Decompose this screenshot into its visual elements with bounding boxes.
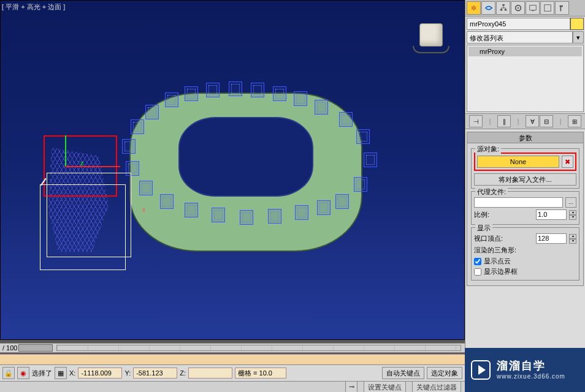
- proxy-instance: [185, 86, 198, 101]
- spinner-buttons[interactable]: ▴▾: [569, 210, 576, 220]
- watermark-logo: 溜溜自学 www.zixue.3d66.com: [465, 348, 585, 392]
- checkbox-input[interactable]: [474, 258, 481, 265]
- coord-y-input[interactable]: -581.123: [133, 368, 177, 379]
- proxy-instance: [356, 129, 370, 144]
- viewport[interactable]: [ 平滑 + 高光 + 边面 ] z x: [0, 0, 465, 340]
- time-ruler[interactable]: [56, 345, 461, 351]
- viewport-shading-label[interactable]: [ 平滑 + 高光 + 边面 ]: [2, 2, 65, 12]
- rollout-header[interactable]: 参数: [467, 132, 583, 143]
- coord-z-input[interactable]: [188, 368, 232, 379]
- svg-rect-5: [529, 6, 536, 10]
- tab-display-icon[interactable]: [526, 1, 540, 15]
- proxy-instance: [317, 200, 331, 215]
- keyfilter-button[interactable]: 关键点过滤器: [412, 381, 461, 392]
- modifier-list-dropdown[interactable]: 修改器列表: [467, 31, 573, 43]
- time-range-label: / 100: [0, 344, 17, 352]
- proxy-instance: [268, 209, 281, 224]
- svg-point-4: [517, 7, 519, 9]
- checkbox-input[interactable]: [474, 268, 481, 276]
- lock-selection-icon[interactable]: 🔒: [2, 367, 15, 379]
- pin-stack-icon[interactable]: ⊣: [469, 115, 483, 127]
- autokey-button[interactable]: 自动关键点: [382, 367, 424, 379]
- viewport-verts-spinner[interactable]: 128: [536, 233, 567, 244]
- proxy-instance: [251, 83, 264, 97]
- coord-x-input[interactable]: -1118.009: [78, 368, 122, 379]
- play-icon: [471, 360, 491, 380]
- show-end-result-icon[interactable]: ∥: [497, 115, 511, 127]
- modifier-stack[interactable]: mrProxy: [467, 45, 584, 112]
- proxy-instance: [122, 139, 136, 154]
- scale-label: 比例:: [474, 210, 489, 219]
- transform-type-in-icon[interactable]: ▦: [55, 367, 67, 379]
- group-label: 源对象:: [475, 145, 501, 154]
- proxy-instance: [273, 86, 286, 101]
- proxy-instance: [335, 194, 349, 209]
- modifier-stack-toolbar: ⊣ | ∥ | ∀ ⊟ | ⊞: [465, 113, 585, 129]
- proxy-instance: [206, 83, 220, 97]
- spinner-buttons[interactable]: ▴▾: [569, 234, 576, 244]
- group-proxy-file: 代理文件: ... 比例: 1.0 ▴▾: [471, 191, 579, 225]
- status-bar: 🔒 ◉ 选择了 ▦ X: -1118.009 Y: -581.123 Z: 栅格…: [0, 354, 465, 392]
- proxy-file-path-input[interactable]: [474, 197, 563, 208]
- svg-rect-2: [504, 9, 507, 11]
- group-display: 显示 视口顶点: 128 ▴▾ 渲染的三角形: 显示点云 显示边界框: [471, 227, 579, 281]
- proxy-instance: [294, 91, 307, 106]
- tab-hierarchy-icon[interactable]: [496, 1, 510, 15]
- proxy-instance: [315, 100, 328, 115]
- proxy-instance: [145, 105, 159, 119]
- x-label: X:: [69, 369, 75, 377]
- group-label: 显示: [475, 224, 492, 233]
- proxy-instance: [165, 92, 178, 107]
- proxy-instance: [139, 181, 153, 195]
- y-label: Y:: [124, 369, 131, 377]
- clear-source-icon[interactable]: ✖: [562, 156, 573, 168]
- object-name-input[interactable]: [467, 18, 570, 30]
- key-target-dropdown[interactable]: 选定对象: [427, 367, 462, 379]
- selection-count-label: 选择了: [32, 369, 52, 378]
- tab-motion-icon[interactable]: [511, 1, 525, 15]
- scale-spinner[interactable]: 1.0: [536, 209, 567, 220]
- tab-hammer-icon[interactable]: [555, 1, 569, 15]
- time-slider[interactable]: / 100: [0, 343, 465, 353]
- time-slider-thumb[interactable]: [18, 344, 53, 352]
- viewcube[interactable]: [416, 20, 446, 50]
- dropdown-arrow-icon[interactable]: ▾: [573, 31, 584, 43]
- make-unique-icon[interactable]: ∀: [526, 115, 539, 127]
- rollout-parameters: 参数 源对象: None ✖ 将对象写入文件... 代理文件: ...: [467, 132, 584, 286]
- browse-file-button[interactable]: ...: [565, 197, 576, 208]
- svg-rect-0: [502, 4, 505, 6]
- command-panel: ✲ 修改器列表 ▾ mrProxy ⊣ | ∥ | ∀ ⊟ | ⊞ 参数 源对象…: [465, 0, 585, 392]
- pick-source-button[interactable]: None: [477, 156, 559, 168]
- proxy-instance: [295, 205, 308, 220]
- tab-modify-icon[interactable]: [481, 1, 495, 15]
- key-icon[interactable]: ⊸: [345, 381, 358, 392]
- show-bbox-checkbox[interactable]: 显示边界框: [474, 267, 576, 276]
- configure-sets-icon[interactable]: ⊞: [568, 115, 581, 127]
- modifier-stack-item[interactable]: mrProxy: [468, 47, 582, 56]
- proxy-bounding-box[interactable]: [40, 184, 126, 270]
- command-panel-tabs: ✲: [465, 0, 585, 17]
- object-color-swatch[interactable]: [570, 18, 584, 30]
- annotation-highlight-none: None ✖: [474, 153, 576, 171]
- proxy-instance: [354, 177, 367, 192]
- proxy-instance: [229, 81, 242, 96]
- isolate-selection-icon[interactable]: ◉: [17, 367, 29, 379]
- proxy-instance: [185, 203, 198, 217]
- tab-create-icon[interactable]: ✲: [467, 1, 481, 15]
- group-source-object: 源对象: None ✖ 将对象写入文件...: [471, 148, 579, 189]
- separator: |: [554, 115, 567, 127]
- z-label: Z:: [180, 369, 186, 377]
- show-point-cloud-checkbox[interactable]: 显示点云: [474, 257, 576, 266]
- tab-utilities-icon[interactable]: [540, 1, 554, 15]
- proxy-instance: [160, 194, 174, 209]
- viewport-verts-label: 视口顶点:: [474, 234, 503, 243]
- separator: |: [511, 115, 525, 127]
- write-object-to-file-button[interactable]: 将对象写入文件...: [474, 173, 576, 186]
- setkey-button[interactable]: 设置关键点: [364, 381, 406, 392]
- proxy-instance: [131, 119, 144, 134]
- grid-label: 栅格 = 10.0: [235, 368, 286, 379]
- proxy-instance: [212, 208, 225, 222]
- logo-text-cn: 溜溜自学: [497, 360, 565, 373]
- proxy-instance: [364, 153, 377, 167]
- remove-modifier-icon[interactable]: ⊟: [540, 115, 553, 127]
